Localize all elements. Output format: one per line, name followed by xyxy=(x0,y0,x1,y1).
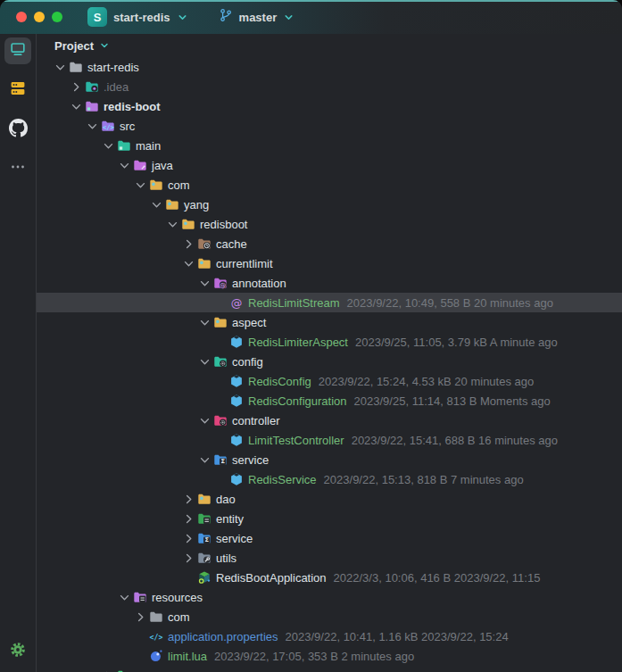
tree-row[interactable]: config xyxy=(37,352,622,371)
tree-row[interactable]: aspect xyxy=(37,312,622,332)
chevron-expanded-icon[interactable] xyxy=(197,315,211,329)
tree-row[interactable]: @RedisLimitStream2023/9/22, 10:49, 558 B… xyxy=(37,293,622,312)
chevron-expanded-icon[interactable] xyxy=(149,197,163,212)
tree-item-meta: 2023/9/25, 11:05, 3.79 kB A minute ago xyxy=(355,336,558,349)
chevron-spacer xyxy=(213,374,228,388)
tree-row[interactable]: java xyxy=(37,155,622,175)
tree-row[interactable] xyxy=(37,666,622,672)
tree-item-label: RedisLimiterAspect xyxy=(248,336,348,349)
tree-row[interactable]: RedisBootApplication2022/3/3, 10:06, 416… xyxy=(37,568,622,587)
chevron-expanded-icon[interactable] xyxy=(197,354,211,369)
tree-row[interactable]: redisboot xyxy=(37,214,622,234)
tree-item-label: java xyxy=(152,159,173,172)
tree-row[interactable]: main xyxy=(37,136,622,155)
gear-green-icon xyxy=(9,641,27,662)
chevron-spacer xyxy=(213,433,228,447)
project-panel-header[interactable]: Project xyxy=(37,34,622,57)
tree-row[interactable]: redis-boot xyxy=(37,96,622,116)
chevron-expanded-icon[interactable] xyxy=(165,217,179,231)
chevron-expanded-icon[interactable] xyxy=(197,276,211,290)
folder-entity-icon xyxy=(197,511,211,526)
tree-item-label: src xyxy=(120,120,135,133)
tree-row[interactable]: .idea xyxy=(37,77,622,96)
tree-item-label: config xyxy=(232,355,263,369)
github-tool-button[interactable] xyxy=(4,116,31,143)
yellow-stack-icon xyxy=(9,79,27,101)
tree-row[interactable]: LimitTestController2023/9/22, 15:41, 688… xyxy=(37,430,622,450)
tree-row[interactable]: RedisService2023/9/22, 15:13, 818 B 7 mi… xyxy=(37,469,622,489)
project-logo-letter: S xyxy=(94,11,102,24)
tree-row[interactable]: yang xyxy=(37,195,622,214)
tree-item-label: com xyxy=(168,610,190,624)
chevron-spacer xyxy=(181,570,195,585)
tree-item-label: aspect xyxy=(232,316,266,329)
tree-row[interactable]: controller xyxy=(37,411,622,430)
chevron-collapsed-icon[interactable] xyxy=(181,531,195,545)
more-tools-button[interactable] xyxy=(4,155,31,182)
tree-row[interactable]: RedisLimiterAspect2023/9/25, 11:05, 3.79… xyxy=(37,332,622,352)
tree-row[interactable]: Σservice xyxy=(37,528,622,548)
folder-resources-icon xyxy=(133,590,147,604)
chevron-collapsed-icon[interactable] xyxy=(181,236,195,251)
tree-row[interactable]: </>application.properties2023/9/22, 10:4… xyxy=(37,626,622,646)
project-widget[interactable]: S start-redis xyxy=(87,7,188,27)
monitor-icon xyxy=(9,40,27,62)
tree-row[interactable]: RedisConfiguration2023/9/25, 11:14, 813 … xyxy=(37,391,622,411)
folder-service-icon: Σ xyxy=(213,452,228,467)
tree-row[interactable]: currentlimit xyxy=(37,253,622,273)
tree-row[interactable]: @annotation xyxy=(37,273,622,293)
tree-row[interactable]: com xyxy=(37,175,622,195)
settings-button[interactable] xyxy=(4,638,31,665)
minimize-button[interactable] xyxy=(34,12,45,22)
tree-item-label: main xyxy=(136,139,161,153)
chevron-expanded-icon[interactable] xyxy=(53,60,67,74)
tree-row[interactable]: entity xyxy=(37,509,622,528)
branch-widget[interactable]: master xyxy=(219,8,295,26)
svg-text:</>: </> xyxy=(150,633,163,642)
chevron-collapsed-icon[interactable] xyxy=(69,79,83,94)
tree-item-meta: 2023/9/22, 10:41, 1.16 kB 2023/9/22, 15:… xyxy=(286,630,509,643)
chevron-collapsed-icon[interactable] xyxy=(181,551,195,565)
chevron-collapsed-icon[interactable] xyxy=(101,668,115,672)
project-panel: Project start-redis.idearedis-boot</>src… xyxy=(37,34,622,672)
chevron-expanded-icon[interactable] xyxy=(101,138,115,153)
close-button[interactable] xyxy=(16,12,27,22)
tree-row[interactable]: resources xyxy=(37,587,622,607)
window-content: Project start-redis.idearedis-boot</>src… xyxy=(0,34,622,672)
traffic-lights xyxy=(16,12,62,22)
zoom-button[interactable] xyxy=(52,12,62,22)
tree-item-label: LimitTestController xyxy=(248,434,344,447)
chevron-expanded-icon[interactable] xyxy=(85,119,99,133)
tree-row[interactable]: cache xyxy=(37,234,622,253)
tree-row[interactable]: Σservice xyxy=(37,450,622,469)
file-class-icon xyxy=(229,335,244,349)
tree-item-label: RedisConfig xyxy=(248,375,311,388)
chevron-down-icon xyxy=(177,12,188,23)
chevron-expanded-icon[interactable] xyxy=(133,178,147,192)
tree-row[interactable]: limit.lua2023/9/22, 17:05, 353 B 2 minut… xyxy=(37,646,622,666)
chevron-expanded-icon[interactable] xyxy=(181,256,195,270)
tree-row[interactable]: utils xyxy=(37,548,622,568)
services-tool-button[interactable] xyxy=(4,77,31,104)
chevron-collapsed-icon[interactable] xyxy=(181,511,195,526)
project-tool-button[interactable] xyxy=(4,37,31,64)
chevron-expanded-icon[interactable] xyxy=(69,99,83,113)
chevron-collapsed-icon[interactable] xyxy=(133,610,147,624)
chevron-spacer xyxy=(133,649,147,663)
tree-item-label: resources xyxy=(152,591,203,604)
tree-row[interactable]: com xyxy=(37,607,622,626)
chevron-expanded-icon[interactable] xyxy=(117,590,131,604)
tree-row[interactable]: </>src xyxy=(37,116,622,136)
tree-row[interactable]: dao xyxy=(37,489,622,509)
tree-item-meta: 2023/9/22, 17:05, 353 B 2 minutes ago xyxy=(214,650,414,663)
chevron-collapsed-icon[interactable] xyxy=(181,492,195,506)
tree-item-label: RedisConfiguration xyxy=(248,394,347,408)
chevron-expanded-icon[interactable] xyxy=(117,158,131,172)
chevron-expanded-icon[interactable] xyxy=(197,452,211,467)
tree-row[interactable]: start-redis xyxy=(37,57,622,77)
tree-row[interactable]: RedisConfig2023/9/22, 15:24, 4.53 kB 20 … xyxy=(37,371,622,391)
folder-package-icon xyxy=(197,492,211,506)
chevron-expanded-icon[interactable] xyxy=(197,413,211,427)
folder-package-icon xyxy=(181,217,195,231)
project-widget-label: start-redis xyxy=(113,11,170,24)
